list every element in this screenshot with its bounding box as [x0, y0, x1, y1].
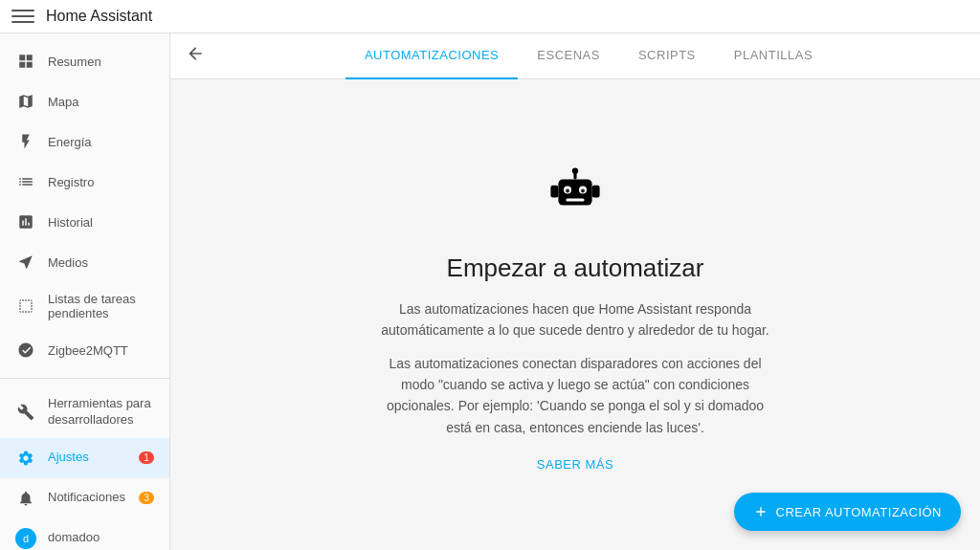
- sidebar-item-label: Historial: [48, 215, 93, 230]
- empty-state-desc1: Las automatizaciones hacen que Home Assi…: [374, 298, 776, 341]
- content-area: Automatizaciones Escenas Scripts Plantil…: [170, 33, 980, 550]
- sidebar-item-ajustes[interactable]: Ajustes 1: [0, 438, 169, 478]
- sidebar-item-label: Listas de tareas pendientes: [48, 292, 154, 320]
- sidebar-item-label: Notificaciones: [48, 490, 125, 506]
- sidebar-item-label: Herramientas para desarrolladores: [48, 396, 154, 429]
- empty-state-desc2: Las automatizaciones conectan disparador…: [374, 353, 776, 439]
- sidebar-bottom: Herramientas para desarrolladores Ajuste…: [0, 378, 169, 550]
- fab-label: CREAR AUTOMATIZACIÓN: [776, 505, 942, 519]
- sidebar-item-label: Ajustes: [48, 450, 89, 466]
- svg-rect-5: [566, 198, 584, 201]
- sidebar-item-label: domadoo: [48, 530, 100, 546]
- sidebar-item-historial[interactable]: Historial: [0, 202, 169, 242]
- map-icon: [15, 91, 36, 112]
- create-automation-button[interactable]: CREAR AUTOMATIZACIÓN: [734, 493, 961, 531]
- tools-icon: [15, 402, 36, 423]
- sidebar-item-label: Mapa: [48, 95, 79, 109]
- svg-rect-9: [592, 186, 600, 198]
- sidebar-item-resumen[interactable]: Resumen: [0, 41, 169, 81]
- sidebar-nav: Resumen Mapa Energía Registro: [0, 33, 169, 378]
- zigbee-icon: [15, 340, 36, 361]
- svg-rect-8: [550, 186, 558, 198]
- empty-state-title: Empezar a automatizar: [447, 253, 704, 283]
- ajustes-badge: 1: [139, 451, 154, 464]
- sidebar-item-listas[interactable]: Listas de tareas pendientes: [0, 282, 169, 330]
- back-button[interactable]: [186, 44, 205, 68]
- sidebar-item-mapa[interactable]: Mapa: [0, 81, 169, 121]
- tab-scripts[interactable]: Scripts: [619, 33, 715, 79]
- tabs: Automatizaciones Escenas Scripts Plantil…: [212, 33, 965, 79]
- sidebar-item-label: Medios: [48, 255, 88, 270]
- gear-icon: [15, 448, 36, 469]
- sidebar-item-label: Energía: [48, 135, 92, 149]
- top-bar: Home Assistant: [0, 0, 980, 33]
- tasks-icon: [15, 296, 36, 317]
- list-icon: [15, 171, 36, 192]
- svg-point-4: [581, 188, 585, 192]
- chart-icon: [15, 211, 36, 232]
- notificaciones-badge: 3: [139, 492, 154, 504]
- sidebar-item-notificaciones[interactable]: Notificaciones 3: [0, 478, 169, 518]
- main-layout: Resumen Mapa Energía Registro: [0, 33, 980, 550]
- sidebar-item-zigbee[interactable]: Zigbee2MQTT: [0, 330, 169, 370]
- avatar: d: [15, 528, 36, 549]
- sidebar-item-medios[interactable]: Medios: [0, 242, 169, 282]
- sidebar-item-label: Zigbee2MQTT: [48, 343, 128, 358]
- tab-escenas[interactable]: Escenas: [518, 33, 619, 79]
- bolt-icon: [15, 131, 36, 152]
- sidebar-item-label: Resumen: [48, 55, 101, 69]
- bell-icon: [15, 488, 36, 509]
- sidebar-item-energia[interactable]: Energía: [0, 121, 169, 162]
- app-title: Home Assistant: [46, 8, 152, 25]
- sidebar: Resumen Mapa Energía Registro: [0, 33, 170, 550]
- sidebar-item-label: Registro: [48, 175, 94, 189]
- svg-point-3: [566, 188, 569, 192]
- learn-more-link[interactable]: SABER MÁS: [537, 457, 613, 472]
- media-icon: [15, 252, 36, 273]
- empty-state: Empezar a automatizar Las automatizacion…: [374, 158, 776, 472]
- sidebar-item-registro[interactable]: Registro: [0, 162, 169, 202]
- menu-icon[interactable]: [11, 5, 34, 28]
- svg-point-7: [572, 167, 578, 173]
- grid-icon: [15, 51, 36, 72]
- sidebar-item-domadoo[interactable]: d domadoo: [0, 518, 169, 550]
- sidebar-item-herramientas[interactable]: Herramientas para desarrolladores: [0, 386, 169, 438]
- content-header: Automatizaciones Escenas Scripts Plantil…: [170, 33, 980, 79]
- tab-plantillas[interactable]: Plantillas: [715, 33, 832, 79]
- tab-automatizaciones[interactable]: Automatizaciones: [345, 33, 518, 79]
- robot-icon: [537, 158, 613, 234]
- main-content: Empezar a automatizar Las automatizacion…: [170, 79, 980, 550]
